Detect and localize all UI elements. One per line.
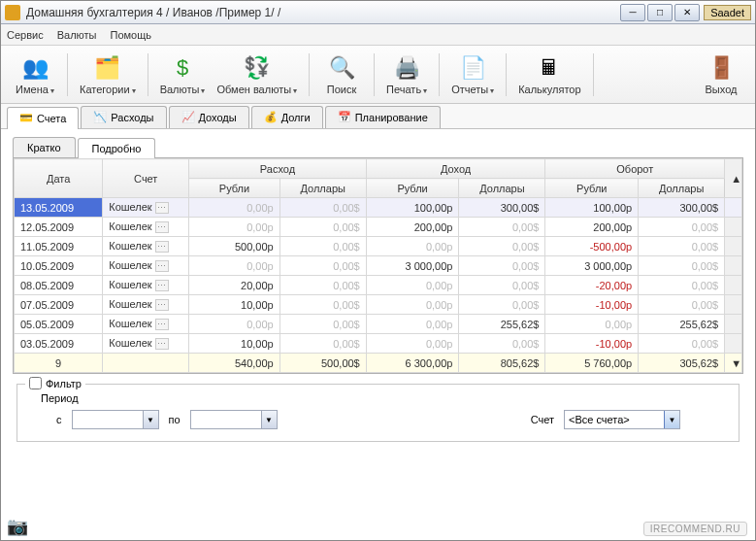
period-label: Период <box>41 392 729 404</box>
main-tabs: 💳Счета 📉Расходы 📈Доходы 💰Долги 📅Планиров… <box>1 104 755 129</box>
col-exp-rub[interactable]: Рубли <box>189 179 279 198</box>
table-row[interactable]: 13.05.2009Кошелек⋯0,00р0,00$100,00р300,0… <box>15 198 742 218</box>
separator <box>593 53 594 96</box>
exit-icon: 🚪 <box>707 54 735 82</box>
chevron-down-icon[interactable]: ▼ <box>143 411 158 428</box>
watermark: IRECOMMEND.RU <box>643 522 747 536</box>
calculator-icon: 🖩 <box>536 54 563 82</box>
total-exp-usd: 500,00$ <box>279 354 366 373</box>
tree-icon: 🗂️ <box>94 54 121 82</box>
table-row[interactable]: 07.05.2009Кошелек⋯10,00р0,00$0,00р0,00$-… <box>15 295 742 315</box>
row-menu-button[interactable]: ⋯ <box>155 202 169 214</box>
total-turn-rub: 5 760,00р <box>545 354 639 373</box>
separator <box>67 53 68 96</box>
exchange-button[interactable]: 💱Обмен валюты▾ <box>211 51 303 99</box>
chevron-down-icon[interactable]: ▼ <box>261 411 277 428</box>
debts-icon: 💰 <box>264 111 278 124</box>
sub-tabs: Кратко Подробно <box>1 129 755 157</box>
table-row[interactable]: 10.05.2009Кошелек⋯0,00р0,00$3 000,00р0,0… <box>15 256 742 276</box>
total-turn-usd: 305,62$ <box>639 354 725 373</box>
search-button[interactable]: 🔍Поиск <box>315 51 368 99</box>
minimize-button[interactable]: ─ <box>620 4 645 21</box>
window-title: Домашняя бухгалтерия 4 / Иванов /Пример … <box>26 6 620 19</box>
calc-button[interactable]: 🖩Калькулятор <box>512 51 586 99</box>
dollar-icon: $ <box>169 54 196 82</box>
user-badge: Saadet <box>704 5 751 20</box>
app-icon <box>5 5 20 20</box>
separator <box>506 53 507 96</box>
row-menu-button[interactable]: ⋯ <box>155 319 169 330</box>
subtab-short[interactable]: Кратко <box>13 137 76 157</box>
reports-button[interactable]: 📄Отчеты▾ <box>445 51 500 99</box>
chevron-down-icon[interactable]: ▼ <box>664 411 679 428</box>
separator <box>148 53 148 96</box>
total-row: 9 540,00р 500,00$ 6 300,00р 805,62$ 5 76… <box>15 354 742 373</box>
expenses-icon: 📉 <box>93 111 107 124</box>
titlebar: Домашняя бухгалтерия 4 / Иванов /Пример … <box>1 1 755 24</box>
total-inc-usd: 805,62$ <box>459 354 545 373</box>
separator <box>309 53 310 96</box>
people-icon: 👥 <box>21 54 49 82</box>
table-row[interactable]: 03.05.2009Кошелек⋯10,00р0,00$0,00р0,00$-… <box>15 334 742 354</box>
maximize-button[interactable]: □ <box>647 4 673 21</box>
total-count: 9 <box>15 354 103 373</box>
filter-label: Фильтр <box>46 378 82 389</box>
date-from-input[interactable]: ▼ <box>72 410 159 429</box>
total-inc-rub: 6 300,00р <box>366 354 459 373</box>
close-button[interactable]: ✕ <box>674 4 700 21</box>
col-turnover[interactable]: Оборот <box>545 159 725 179</box>
data-table: Дата Счет Расход Доход Оборот ▲ Рубли До… <box>13 157 743 374</box>
names-button[interactable]: 👥Имена▾ <box>9 51 61 99</box>
col-date[interactable]: Дата <box>15 159 103 198</box>
date-to-input[interactable]: ▼ <box>190 410 278 429</box>
filter-legend: Фильтр <box>25 377 85 389</box>
categories-button[interactable]: 🗂️Категории▾ <box>74 51 142 99</box>
col-income[interactable]: Доход <box>366 159 545 179</box>
tab-expenses[interactable]: 📉Расходы <box>81 106 166 128</box>
tab-income[interactable]: 📈Доходы <box>169 106 249 128</box>
row-menu-button[interactable]: ⋯ <box>155 299 169 311</box>
row-menu-button[interactable]: ⋯ <box>155 280 169 291</box>
row-menu-button[interactable]: ⋯ <box>155 221 169 233</box>
table-row[interactable]: 08.05.2009Кошелек⋯20,00р0,00$0,00р0,00$-… <box>15 276 742 295</box>
subtab-detail[interactable]: Подробно <box>78 138 156 158</box>
filter-checkbox[interactable] <box>29 377 42 389</box>
table-row[interactable]: 12.05.2009Кошелек⋯0,00р0,00$200,00р0,00$… <box>15 218 742 237</box>
planning-icon: 📅 <box>338 111 351 124</box>
exit-button[interactable]: 🚪Выход <box>695 51 747 99</box>
search-icon: 🔍 <box>328 54 355 82</box>
report-icon: 📄 <box>459 54 486 82</box>
col-inc-usd[interactable]: Доллары <box>459 179 545 198</box>
row-menu-button[interactable]: ⋯ <box>155 260 169 272</box>
currencies-button[interactable]: $Валюты▾ <box>154 51 212 99</box>
col-exp-usd[interactable]: Доллары <box>279 179 366 198</box>
total-exp-rub: 540,00р <box>189 354 279 373</box>
accounts-icon: 💳 <box>19 112 33 125</box>
tab-planning[interactable]: 📅Планирование <box>325 106 441 128</box>
table-row[interactable]: 11.05.2009Кошелек⋯500,00р0,00$0,00р0,00$… <box>15 237 742 256</box>
col-turn-rub[interactable]: Рубли <box>545 179 639 198</box>
col-account[interactable]: Счет <box>103 159 189 198</box>
printer-icon: 🖨️ <box>393 54 420 82</box>
table-row[interactable]: 05.05.2009Кошелек⋯0,00р0,00$0,00р255,62$… <box>15 315 742 334</box>
camera-icon: 📷 <box>7 516 28 537</box>
col-expense[interactable]: Расход <box>189 159 366 179</box>
filter-box: Фильтр Период с ▼ по ▼ Счет <Все счета>▼ <box>16 384 740 442</box>
scrollbar[interactable]: ▲ <box>725 159 742 198</box>
menu-service[interactable]: Сервис <box>7 29 44 41</box>
tab-debts[interactable]: 💰Долги <box>251 106 323 128</box>
menu-currencies[interactable]: Валюты <box>57 29 97 41</box>
row-menu-button[interactable]: ⋯ <box>155 338 169 350</box>
print-button[interactable]: 🖨️Печать▾ <box>380 51 433 99</box>
menubar: Сервис Валюты Помощь <box>1 24 755 46</box>
row-menu-button[interactable]: ⋯ <box>155 241 169 253</box>
col-turn-usd[interactable]: Доллары <box>639 179 725 198</box>
tab-accounts[interactable]: 💳Счета <box>7 107 79 129</box>
col-inc-rub[interactable]: Рубли <box>366 179 459 198</box>
from-label: с <box>56 414 62 425</box>
separator <box>374 53 375 96</box>
income-icon: 📈 <box>181 111 195 124</box>
menu-help[interactable]: Помощь <box>111 29 152 41</box>
account-select[interactable]: <Все счета>▼ <box>564 410 680 429</box>
to-label: по <box>169 414 181 425</box>
